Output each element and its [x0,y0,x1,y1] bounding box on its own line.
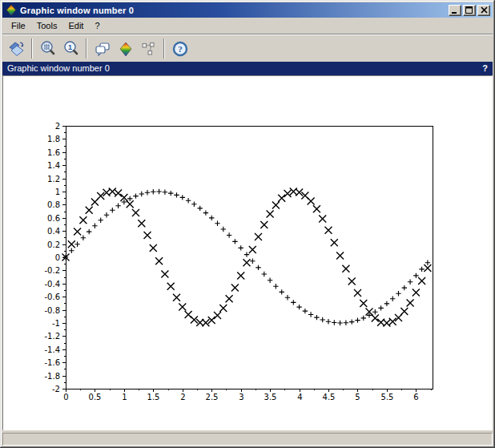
data-point-marker [355,317,360,322]
x-tick-label: 3.5 [264,393,277,402]
menu-edit[interactable]: Edit [62,19,89,32]
axes-frame [66,127,433,389]
x-tick-label: 4.5 [323,393,336,402]
rotate-button[interactable] [5,38,28,60]
menu-help[interactable]: ? [89,19,105,32]
x-tick-label: 3 [239,393,243,402]
x-tick-label: 6 [413,393,418,402]
graph-button[interactable] [137,38,160,60]
data-point-marker [214,312,221,319]
y-tick-label: 0.8 [47,200,60,209]
data-point-marker [151,189,155,194]
data-point-marker [208,317,215,324]
x-tick-label: 4 [297,393,302,402]
data-point-marker [127,196,132,201]
figure-editor-icon [94,40,111,58]
data-point-marker [139,192,144,196]
data-point-marker [115,190,122,197]
x-tick-label: 0 [63,393,68,402]
data-point-marker [308,312,313,317]
data-point-marker [209,216,214,220]
data-point-marker [168,191,173,196]
window-title: Graphic window number 0 [20,6,449,15]
data-point-marker [115,204,120,208]
help-button[interactable]: ? [168,38,191,60]
data-point-marker [278,195,285,202]
x-tick-label: 2 [180,393,185,402]
data-point-marker [337,321,342,325]
y-tick-label: 0.4 [47,227,60,236]
data-point-marker [285,295,290,300]
data-point-marker [122,200,127,204]
data-point-marker [104,212,109,217]
data-point-marker [418,277,425,285]
data-point-marker [361,316,366,321]
data-point-marker [319,216,326,223]
menu-file[interactable]: File [6,19,31,32]
data-point-marker [161,271,168,278]
data-point-marker [262,272,267,276]
data-point-marker [174,192,179,197]
data-point-marker [163,190,167,195]
toolbar-separator [163,38,165,59]
y-tick-label: 0.2 [47,240,60,249]
data-point-marker [138,220,145,227]
data-point-marker [326,319,331,324]
zoom-area-icon [39,40,57,58]
info-bar-help[interactable]: ? [482,63,488,73]
data-point-marker [383,320,390,327]
data-point-marker [314,315,319,320]
zoom-area-button[interactable] [36,38,59,60]
x-tick-label: 5 [355,393,360,402]
plot-area: 00.511.522.533.544.555.5621.81.61.41.210… [3,76,492,430]
data-point-marker [221,227,226,232]
data-point-marker [99,218,103,223]
y-tick-label: 0 [55,253,60,262]
data-point-marker [227,232,231,237]
data-point-marker [313,205,320,212]
x-tick-label: 5.5 [381,393,394,402]
data-point-marker [372,314,379,321]
info-bar-text: Graphic window number 0 [7,63,110,73]
plot-canvas[interactable]: 00.511.522.533.544.555.5621.81.61.41.210… [2,75,493,430]
maximize-button[interactable] [463,5,476,16]
close-icon [481,6,488,14]
data-point-marker [268,278,272,283]
data-point-marker [232,239,237,244]
minimize-button[interactable] [449,5,461,16]
data-point-marker [167,283,175,290]
colormap-button[interactable] [114,38,137,60]
data-point-marker [144,232,151,239]
data-point-marker [378,305,383,310]
series-sin2x [62,188,432,327]
data-point-marker [320,317,325,322]
rotate-icon [8,40,26,58]
x-tick-label: 0.5 [89,393,102,402]
svg-text:1: 1 [67,43,71,51]
data-point-marker [68,240,75,248]
maximize-icon [465,6,473,14]
data-point-marker [332,320,336,325]
data-point-marker [308,197,315,204]
y-tick-label: -1 [52,319,60,328]
data-point-marker [331,239,338,246]
close-button[interactable] [477,5,490,16]
toolbar-separator [31,38,33,59]
data-point-marker [325,227,332,234]
data-point-marker [86,207,93,214]
data-point-marker [250,259,255,264]
data-point-marker [413,273,418,278]
title-bar[interactable]: Graphic window number 0 [2,2,493,18]
zoom-original-button[interactable]: 1 [59,38,82,60]
data-point-marker [419,267,424,272]
menu-tools[interactable]: Tools [31,19,63,32]
data-point-marker [354,289,361,297]
data-point-marker [133,193,138,198]
zoom-original-icon: 1 [62,40,80,58]
data-point-marker [79,216,87,224]
figure-editor-button[interactable] [91,38,114,60]
info-bar: Graphic window number 0 ? [2,62,493,75]
data-point-marker [87,229,91,234]
y-tick-label: -0.6 [44,293,60,301]
data-point-marker [256,265,260,270]
